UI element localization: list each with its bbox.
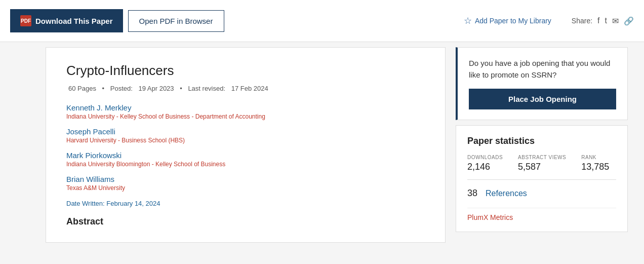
stats-box: Paper statistics DOWNLOADS 2,146 ABSTRAC…	[456, 125, 628, 232]
author-block-2: Mark Piorkowski Indiana University Bloom…	[66, 151, 425, 168]
author-block-3: Brian Williams Texas A&M University	[66, 175, 425, 192]
author-block-0: Kenneth J. Merkley Indiana University - …	[66, 103, 425, 120]
date-written: Date Written: February 14, 2024	[66, 200, 425, 207]
paper-meta: 60 Pages • Posted: 19 Apr 2023 • Last re…	[66, 85, 425, 92]
author-name-1[interactable]: Joseph Pacelli	[66, 127, 115, 136]
open-pdf-label: Open PDF in Browser	[139, 17, 213, 25]
abstract-views-label: ABSTRACT VIEWS	[518, 155, 566, 160]
author-name-3[interactable]: Brian Williams	[66, 175, 114, 183]
rank-label: RANK	[581, 155, 609, 160]
twitter-icon[interactable]: t	[605, 16, 607, 25]
left-panel: Crypto-Influencers 60 Pages • Posted: 19…	[46, 47, 446, 243]
revised-label: Last revised:	[188, 85, 225, 92]
pdf-icon: PDF	[20, 15, 31, 26]
meta-dot1: •	[102, 85, 106, 92]
page-count: 60 Pages	[68, 85, 96, 92]
references-count: 38	[467, 188, 477, 199]
references-row: 38 References	[467, 186, 616, 201]
share-label: Share:	[572, 17, 592, 25]
place-job-button[interactable]: Place Job Opening	[469, 89, 616, 109]
paper-title: Crypto-Influencers	[66, 63, 425, 79]
download-button[interactable]: PDF Download This Paper	[10, 9, 123, 32]
meta-dot2: •	[180, 85, 184, 92]
author-affiliation-2: Indiana University Bloomington - Kelley …	[66, 161, 425, 168]
author-affiliation-3: Texas A&M University	[66, 184, 425, 192]
author-name-0[interactable]: Kenneth J. Merkley	[66, 103, 131, 112]
stats-divider	[467, 179, 616, 180]
date-written-value: February 14, 2024	[106, 200, 160, 207]
references-link[interactable]: References	[486, 189, 527, 198]
stats-row: DOWNLOADS 2,146 ABSTRACT VIEWS 5,587 RAN…	[467, 155, 616, 172]
email-icon[interactable]: ✉	[612, 16, 619, 26]
job-box: Do you have a job opening that you would…	[456, 47, 628, 120]
rank-value: 13,785	[581, 162, 609, 172]
job-box-text: Do you have a job opening that you would…	[469, 58, 616, 81]
rank-stat: RANK 13,785	[581, 155, 609, 172]
abstract-heading: Abstract	[66, 216, 425, 227]
author-affiliation-1: Harvard University - Business School (HB…	[66, 137, 425, 144]
author-block-1: Joseph Pacelli Harvard University - Busi…	[66, 127, 425, 144]
stats-title: Paper statistics	[467, 136, 616, 146]
add-library-button[interactable]: ☆ Add Paper to My Library	[464, 15, 551, 26]
date-written-prefix: Date Written:	[66, 200, 105, 207]
main-layout: Crypto-Influencers 60 Pages • Posted: 19…	[0, 42, 644, 248]
add-library-label: Add Paper to My Library	[475, 17, 551, 25]
download-label: Download This Paper	[35, 17, 113, 25]
posted-label: Posted:	[110, 85, 133, 92]
share-section: Share: f t ✉ 🔗	[572, 16, 634, 26]
plumx-link[interactable]: PlumX Metrics	[467, 213, 513, 221]
revised-date: 17 Feb 2024	[231, 85, 268, 92]
open-pdf-button[interactable]: Open PDF in Browser	[128, 10, 224, 32]
abstract-views-value: 5,587	[518, 162, 566, 172]
facebook-icon[interactable]: f	[597, 16, 599, 25]
star-icon: ☆	[464, 15, 472, 26]
top-bar: PDF Download This Paper Open PDF in Brow…	[0, 0, 644, 42]
plumx-row: PlumX Metrics	[467, 208, 616, 221]
link-icon[interactable]: 🔗	[624, 16, 634, 26]
posted-date: 19 Apr 2023	[138, 85, 174, 92]
downloads-label: DOWNLOADS	[467, 155, 503, 160]
author-name-2[interactable]: Mark Piorkowski	[66, 151, 122, 160]
author-affiliation-0: Indiana University - Kelley School of Bu…	[66, 113, 425, 120]
downloads-stat: DOWNLOADS 2,146	[467, 155, 503, 172]
right-panel: Do you have a job opening that you would…	[456, 47, 628, 243]
downloads-value: 2,146	[467, 162, 503, 172]
abstract-views-stat: ABSTRACT VIEWS 5,587	[518, 155, 566, 172]
